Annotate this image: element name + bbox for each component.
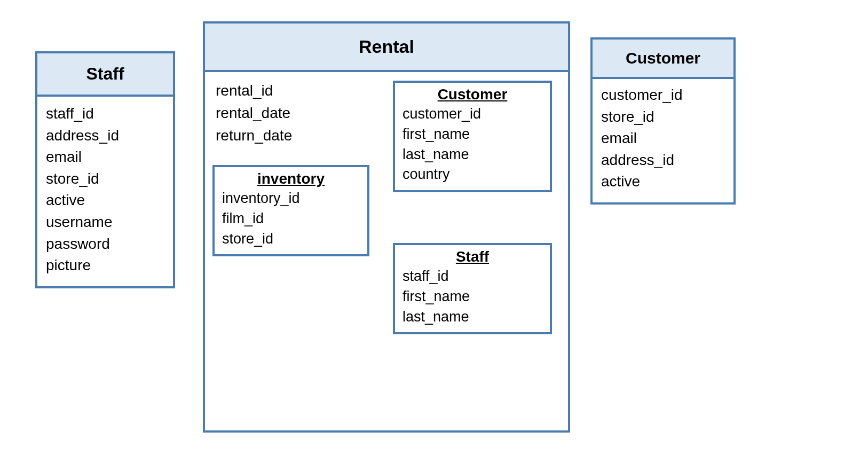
attr: staff_id	[46, 103, 164, 125]
attr: password	[46, 233, 164, 255]
attr: first_name	[403, 287, 542, 307]
inner-entity-staff: Staff staff_id first_name last_name	[393, 243, 552, 334]
attr: username	[46, 211, 164, 233]
attr: staff_id	[403, 266, 542, 287]
entity-header-rental: Rental	[205, 23, 568, 72]
attr: address_id	[46, 125, 164, 147]
attr: film_id	[222, 209, 360, 229]
attr: email	[46, 146, 164, 168]
attr: store_id	[601, 106, 725, 128]
entity-body-staff: staff_id address_id email store_id activ…	[37, 97, 173, 286]
attr: picture	[46, 255, 164, 277]
attr: customer_id	[601, 84, 725, 106]
staff-attrs: staff_id address_id email store_id activ…	[46, 103, 164, 277]
entity-staff: Staff staff_id address_id email store_id…	[35, 51, 175, 288]
attr: store_id	[222, 229, 360, 249]
attr: first_name	[403, 124, 542, 145]
entity-customer: Customer customer_id store_id email addr…	[590, 37, 736, 205]
inner-entity-customer: Customer customer_id first_name last_nam…	[393, 81, 552, 192]
attr: email	[601, 128, 725, 150]
entity-rental: Rental rental_id rental_date return_date…	[203, 21, 570, 433]
attr: customer_id	[403, 104, 542, 124]
attr: last_name	[403, 145, 542, 165]
entity-header-customer: Customer	[593, 40, 733, 79]
inner-title-inventory: inventory	[222, 170, 360, 187]
inner-title-customer: Customer	[403, 86, 542, 103]
attr: inventory_id	[222, 189, 360, 209]
attr: active	[601, 171, 725, 193]
inner-title-staff: Staff	[403, 248, 542, 265]
attr: address_id	[601, 150, 725, 171]
entity-body-rental: rental_id rental_date return_date Custom…	[205, 72, 568, 433]
entity-body-customer: customer_id store_id email address_id ac…	[593, 79, 733, 202]
customer-attrs: customer_id store_id email address_id ac…	[601, 84, 725, 193]
attr: last_name	[403, 307, 542, 327]
er-diagram-canvas: Staff staff_id address_id email store_id…	[16, 21, 852, 442]
attr: active	[46, 190, 164, 211]
inner-entity-inventory: inventory inventory_id film_id store_id	[212, 165, 369, 256]
attr: store_id	[46, 168, 164, 190]
attr: country	[403, 164, 542, 185]
entity-header-staff: Staff	[37, 53, 173, 97]
